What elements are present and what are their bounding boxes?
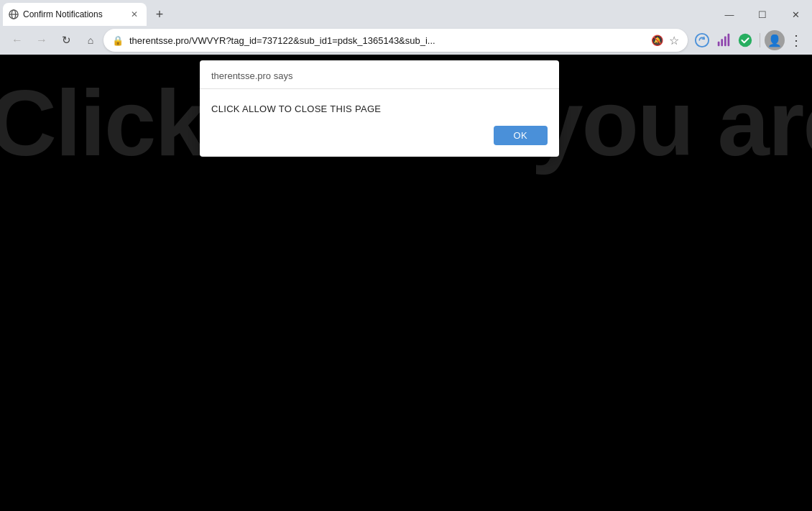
svg-rect-4 [718,42,720,46]
toolbar-right: 👤 ⋮ [692,30,806,50]
svg-point-8 [739,34,752,47]
dialog-footer: OK [200,120,559,157]
svg-point-3 [696,34,709,47]
mute-icon[interactable]: 🔕 [651,34,663,46]
tab-title: Confirm Notifications [23,9,124,19]
refresh-button[interactable]: ↻ [55,29,78,52]
menu-button[interactable]: ⋮ [786,30,806,50]
svg-rect-7 [728,34,730,46]
address-bar[interactable]: 🔒 therentsse.pro/VWVYR?tag_id=737122&sub… [103,29,688,52]
svg-rect-5 [721,39,723,46]
toolbar-divider [760,33,760,47]
tab-favicon [9,9,19,19]
close-button[interactable]: ✕ [779,3,812,26]
tab-close-button[interactable]: ✕ [128,8,141,21]
forward-button[interactable]: → [30,29,53,52]
back-button[interactable]: ← [6,29,29,52]
page-content: Click ALL at you are therentsse.pro says… [0,55,812,511]
dialog-body: CLICK ALLOW TO CLOSE THIS PAGE [200,89,559,120]
dialog-overlay: therentsse.pro says CLICK ALLOW TO CLOSE… [0,55,812,511]
dialog-ok-button[interactable]: OK [494,126,548,145]
dialog-header: therentsse.pro says [200,60,559,89]
minimize-button[interactable]: — [713,3,746,26]
address-url: therentsse.pro/VWVYR?tag_id=737122&sub_i… [129,35,645,46]
bookmark-star-icon[interactable]: ☆ [669,34,679,47]
home-button[interactable]: ⌂ [79,29,102,52]
svg-rect-6 [724,37,726,47]
extension-check-icon[interactable] [735,30,755,50]
nav-bar: ← → ↻ ⌂ 🔒 therentsse.pro/VWVYR?tag_id=73… [0,26,812,55]
window-controls: — ☐ ✕ [713,3,812,26]
profile-button[interactable]: 👤 [765,30,785,50]
extension-refresh-icon[interactable] [692,30,712,50]
active-tab[interactable]: Confirm Notifications ✕ [3,3,147,26]
new-tab-button[interactable]: + [149,4,170,24]
address-lock-icon: 🔒 [112,35,124,46]
extension-signal-icon[interactable] [714,30,734,50]
dialog-box: therentsse.pro says CLICK ALLOW TO CLOSE… [200,60,559,157]
maximize-button[interactable]: ☐ [746,3,779,26]
